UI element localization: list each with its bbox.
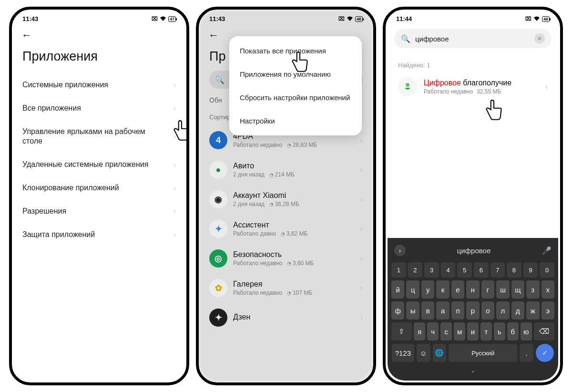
key-н[interactable]: н	[466, 280, 479, 299]
space-key[interactable]: Русский	[449, 344, 517, 362]
app-icon: ✦	[209, 220, 227, 238]
key-а[interactable]: а	[436, 301, 449, 320]
key-9[interactable]: 9	[523, 262, 538, 278]
app-item[interactable]: ✦ Ассистент Работало давно3,62 МБ ›	[201, 214, 371, 244]
key-к[interactable]: к	[436, 280, 449, 299]
app-texts: Ассистент Работало давно3,62 МБ	[233, 221, 355, 237]
key-м[interactable]: м	[454, 322, 465, 340]
switch-key[interactable]: ?123	[392, 344, 414, 362]
menu-show-all[interactable]: Показать все приложения	[229, 39, 362, 62]
key-7[interactable]: 7	[490, 262, 505, 278]
app-item[interactable]: ◎ Безопасность Работало недавно3,60 МБ ›	[201, 244, 371, 273]
key-2[interactable]: 2	[408, 262, 423, 278]
row-all-apps[interactable]: Все приложения›	[14, 97, 184, 120]
key-ь[interactable]: ь	[494, 322, 505, 340]
clock: 11:43	[22, 15, 38, 22]
key-6[interactable]: 6	[474, 262, 489, 278]
key-ы[interactable]: ы	[406, 301, 419, 320]
suggestion[interactable]: цифровое	[410, 247, 537, 255]
key-э[interactable]: э	[541, 301, 554, 320]
app-icon: ◉	[209, 190, 227, 208]
key-г[interactable]: г	[481, 280, 494, 299]
search-input[interactable]	[415, 35, 530, 43]
key-с[interactable]: с	[440, 322, 452, 340]
collapse-keyboard[interactable]: ⌄	[389, 364, 556, 374]
battery-icon: 47	[168, 16, 176, 22]
menu-settings[interactable]: Настройки	[229, 109, 362, 133]
key-з[interactable]: з	[526, 280, 539, 299]
screen: 11:44 ⌧ 46 🔍 ✕ Найдено: 1 Цифровое благо…	[388, 11, 558, 381]
shift-key[interactable]: ⇧	[391, 322, 412, 340]
mic-icon[interactable]: 🎤	[542, 246, 552, 255]
backspace-key[interactable]: ⌫	[534, 322, 554, 340]
key-б[interactable]: б	[507, 322, 519, 340]
kb-row-1: йцукенгшщзх	[389, 279, 556, 300]
key-3[interactable]: 3	[424, 262, 439, 278]
back-button[interactable]: ←	[21, 29, 32, 41]
key-й[interactable]: й	[391, 280, 404, 299]
key-л[interactable]: л	[496, 301, 509, 320]
app-item[interactable]: ● Авито 2 дня назад214 МБ ›	[201, 155, 371, 185]
key-и[interactable]: и	[467, 322, 479, 340]
key-ф[interactable]: ф	[391, 301, 404, 320]
app-name: Аккаунт Xiaomi	[233, 191, 355, 200]
clock: 11:44	[396, 15, 412, 22]
key-в[interactable]: в	[421, 301, 434, 320]
back-area: ←	[14, 24, 184, 43]
key-1[interactable]: 1	[391, 262, 406, 278]
app-item[interactable]: ✦ Дзен ›	[201, 303, 371, 332]
wellbeing-icon	[398, 77, 417, 96]
key-4[interactable]: 4	[441, 262, 456, 278]
app-item[interactable]: ◉ Аккаунт Xiaomi 2 дня назад36,28 МБ ›	[201, 185, 371, 214]
row-shortcuts[interactable]: Управление ярлыками на рабочем столе›	[14, 120, 184, 154]
keyboard: › цифровое 🎤 1234567890 йцукенгшщзх фыва…	[388, 238, 558, 381]
key-ж[interactable]: ж	[526, 301, 539, 320]
key-8[interactable]: 8	[507, 262, 521, 278]
key-у[interactable]: у	[421, 280, 434, 299]
back-button[interactable]: ←	[208, 29, 219, 41]
row-system-apps[interactable]: Системные приложения›	[14, 73, 184, 97]
search-field[interactable]: 🔍 ✕	[394, 29, 552, 48]
kb-row-bottom: ?123 ☺ 🌐 Русский . ✓	[389, 342, 556, 364]
app-item[interactable]: ✿ Галерея Работало недавно107 МБ ›	[201, 273, 371, 303]
key-о[interactable]: о	[481, 301, 494, 320]
result-item[interactable]: Цифровое благополучие Работало недавно32…	[388, 72, 558, 101]
key-ю[interactable]: ю	[521, 322, 532, 340]
key-я[interactable]: я	[414, 322, 425, 340]
menu-reset[interactable]: Сбросить настройки приложений	[229, 86, 362, 109]
key-д[interactable]: д	[511, 301, 524, 320]
row-permissions[interactable]: Разрешения›	[14, 200, 184, 223]
clear-button[interactable]: ✕	[534, 33, 545, 44]
status-bar: 11:43 ⌧ 46	[201, 11, 371, 24]
emoji-key[interactable]: ☺	[417, 344, 430, 362]
globe-key[interactable]: 🌐	[433, 344, 447, 362]
tab-update[interactable]: Обн	[209, 96, 222, 104]
key-ч[interactable]: ч	[427, 322, 439, 340]
context-menu: Показать все приложения Приложения по ум…	[229, 36, 362, 135]
key-п[interactable]: п	[451, 301, 464, 320]
key-т[interactable]: т	[480, 322, 492, 340]
key-5[interactable]: 5	[457, 262, 472, 278]
key-х[interactable]: х	[541, 280, 554, 299]
key-е[interactable]: е	[451, 280, 464, 299]
key-щ[interactable]: щ	[511, 280, 524, 299]
app-icon: 4	[209, 131, 227, 149]
key-ц[interactable]: ц	[406, 280, 419, 299]
period-key[interactable]: .	[520, 344, 533, 362]
app-sub: 2 дня назад214 МБ	[233, 171, 355, 178]
expand-button[interactable]: ›	[394, 245, 406, 256]
key-р[interactable]: р	[466, 301, 479, 320]
row-deleted-system[interactable]: Удаленные системные приложения›	[14, 153, 184, 176]
row-protection[interactable]: Защита приложений›	[14, 223, 184, 247]
app-icon: ✿	[209, 279, 227, 297]
key-0[interactable]: 0	[540, 262, 554, 278]
key-ш[interactable]: ш	[496, 280, 509, 299]
page-title: Приложения	[14, 43, 184, 73]
app-name: Безопасность	[233, 250, 355, 259]
x-icon: ⌧	[525, 16, 531, 22]
app-texts: Авито 2 дня назад214 МБ	[233, 162, 355, 178]
app-texts: Безопасность Работало недавно3,60 МБ	[233, 250, 355, 267]
row-clone[interactable]: Клонирование приложений›	[14, 176, 184, 200]
enter-key[interactable]: ✓	[536, 344, 554, 362]
menu-default-apps[interactable]: Приложения по умолчанию	[229, 62, 362, 86]
